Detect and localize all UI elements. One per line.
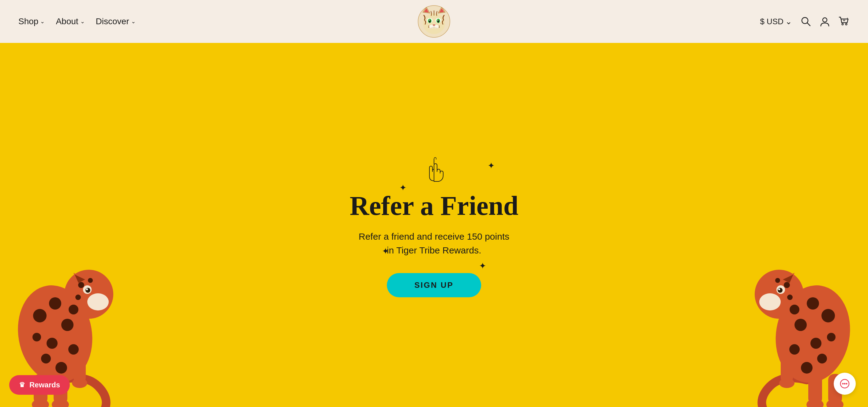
account-icon	[819, 16, 830, 27]
svg-point-17	[439, 27, 440, 28]
svg-point-36	[41, 354, 51, 364]
chat-icon	[839, 378, 850, 389]
svg-point-18	[429, 25, 434, 29]
svg-point-79	[842, 383, 844, 385]
svg-point-5	[423, 13, 445, 34]
currency-selector[interactable]: $ USD ⌄	[760, 17, 792, 26]
svg-point-76	[779, 378, 795, 388]
svg-point-61	[795, 319, 807, 331]
svg-point-35	[61, 319, 73, 331]
svg-point-70	[787, 294, 793, 300]
svg-point-62	[817, 354, 827, 364]
svg-point-66	[807, 297, 819, 310]
hero-section: ✦ ✦ ✦ ✦ Refer a Friend Refer a friend an…	[0, 43, 868, 407]
svg-point-37	[56, 362, 67, 374]
discover-label: Discover	[96, 17, 129, 26]
svg-point-67	[789, 304, 799, 315]
tiger-logo-svg	[417, 5, 451, 38]
shop-chevron-icon: ⌄	[40, 18, 45, 25]
svg-point-16	[439, 26, 440, 27]
svg-point-60	[810, 338, 822, 349]
svg-point-14	[429, 26, 429, 27]
nav-item-discover[interactable]: Discover ⌄	[96, 17, 136, 26]
svg-point-68	[784, 282, 790, 288]
svg-point-24	[846, 24, 847, 25]
rewards-label: Rewards	[29, 381, 60, 389]
svg-point-19	[434, 25, 439, 29]
svg-point-43	[88, 278, 93, 283]
svg-line-21	[807, 23, 810, 26]
hand-icon	[423, 156, 445, 184]
cart-button[interactable]	[839, 16, 849, 27]
svg-point-50	[72, 378, 87, 388]
svg-point-12	[429, 20, 430, 21]
search-icon	[801, 16, 811, 27]
svg-point-15	[429, 27, 429, 28]
hero-subtitle: Refer a friend and receive 150 points in…	[354, 230, 514, 257]
about-label: About	[56, 17, 78, 26]
svg-point-41	[69, 304, 79, 315]
svg-point-69	[775, 278, 780, 283]
svg-point-30	[86, 288, 88, 290]
rewards-button[interactable]: ♛ Rewards	[9, 375, 70, 395]
site-header: Shop ⌄ About ⌄ Discover ⌄	[0, 0, 868, 43]
hero-content: Refer a Friend Refer a friend and receiv…	[350, 156, 519, 297]
svg-point-63	[801, 362, 812, 374]
svg-point-56	[778, 288, 780, 290]
crown-icon: ♛	[19, 381, 25, 389]
main-nav: Shop ⌄ About ⌄ Discover ⌄	[19, 17, 136, 26]
svg-point-29	[86, 288, 90, 293]
svg-point-39	[32, 333, 41, 341]
nav-item-shop[interactable]: Shop ⌄	[19, 17, 45, 26]
site-logo[interactable]	[417, 5, 451, 38]
search-button[interactable]	[801, 16, 811, 27]
header-actions: $ USD ⌄	[760, 16, 849, 27]
svg-point-40	[49, 297, 61, 310]
svg-point-33	[33, 309, 46, 322]
chat-button[interactable]	[834, 373, 856, 395]
svg-point-55	[778, 288, 782, 293]
svg-point-65	[827, 333, 836, 341]
account-button[interactable]	[819, 16, 830, 27]
svg-point-38	[68, 344, 79, 355]
currency-label: $ USD	[760, 17, 783, 26]
svg-point-81	[846, 383, 847, 385]
svg-point-20	[802, 18, 808, 24]
svg-point-42	[78, 282, 84, 288]
about-chevron-icon: ⌄	[80, 18, 85, 25]
svg-point-64	[789, 344, 800, 355]
svg-point-27	[87, 293, 109, 311]
svg-point-13	[438, 20, 439, 21]
svg-point-59	[822, 309, 835, 322]
signup-button[interactable]: SIGN UP	[387, 273, 481, 297]
hero-title: Refer a Friend	[350, 191, 519, 221]
svg-point-80	[844, 383, 846, 385]
svg-point-44	[75, 294, 81, 300]
svg-point-22	[823, 18, 827, 22]
discover-chevron-icon: ⌄	[131, 18, 136, 25]
svg-point-34	[46, 338, 58, 349]
svg-point-53	[759, 293, 781, 311]
nav-item-about[interactable]: About ⌄	[56, 17, 85, 26]
cart-icon	[839, 16, 849, 27]
currency-chevron-icon: ⌄	[785, 17, 792, 26]
shop-label: Shop	[19, 17, 38, 26]
svg-point-23	[842, 24, 843, 25]
